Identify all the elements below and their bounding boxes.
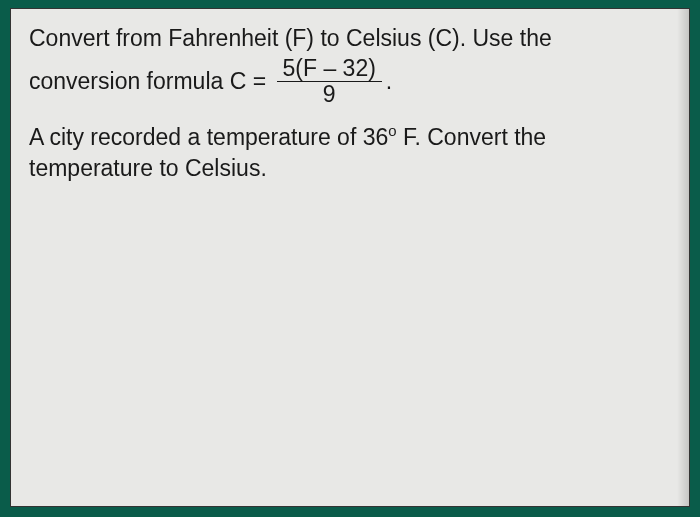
fraction-numerator: 5(F – 32): [277, 56, 382, 81]
num-part-a: 5(F: [283, 55, 324, 81]
formula-lead-text: conversion formula C =: [29, 66, 273, 97]
fraction-denominator: 9: [317, 82, 342, 107]
intro-text: Convert from Fahrenheit (F) to Celsius (…: [29, 23, 671, 54]
problem-card: Convert from Fahrenheit (F) to Celsius (…: [10, 8, 690, 507]
formula-row: conversion formula C = 5(F – 32) 9 .: [29, 56, 671, 108]
formula-trail: .: [386, 66, 392, 97]
formula-fraction: 5(F – 32) 9: [277, 56, 382, 108]
minus-sign: –: [323, 55, 336, 81]
question-part-a: A city recorded a temperature of 36: [29, 124, 388, 150]
degree-symbol: o: [388, 122, 396, 139]
question-text: A city recorded a temperature of 36o F. …: [29, 122, 671, 184]
num-part-b: 32): [336, 55, 376, 81]
